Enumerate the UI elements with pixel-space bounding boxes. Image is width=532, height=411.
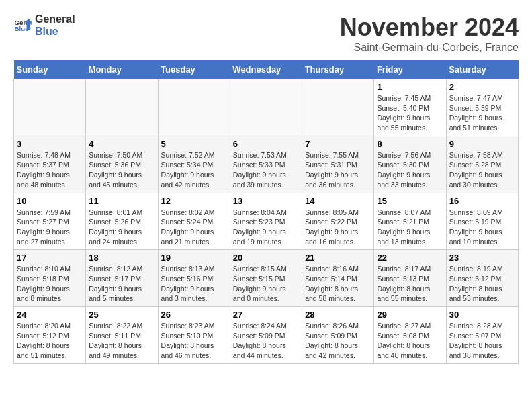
calendar-cell: 7Sunrise: 7:55 AMSunset: 5:31 PMDaylight… — [302, 136, 374, 193]
day-info: Sunrise: 7:56 AMSunset: 5:30 PMDaylight:… — [377, 150, 443, 190]
calendar-cell — [86, 79, 158, 136]
day-info: Sunrise: 8:19 AMSunset: 5:12 PMDaylight:… — [449, 264, 515, 304]
day-info: Sunrise: 8:05 AMSunset: 5:22 PMDaylight:… — [305, 208, 371, 247]
calendar-table: SundayMondayTuesdayWednesdayThursdayFrid… — [13, 60, 519, 364]
calendar-cell: 16Sunrise: 8:09 AMSunset: 5:19 PMDayligh… — [446, 193, 518, 250]
title-area: November 2024 Saint-Germain-du-Corbeis, … — [340, 13, 519, 54]
day-info: Sunrise: 7:50 AMSunset: 5:36 PMDaylight:… — [89, 150, 154, 190]
calendar-cell: 24Sunrise: 8:20 AMSunset: 5:12 PMDayligh… — [14, 307, 86, 364]
calendar-cell — [14, 79, 86, 136]
day-info: Sunrise: 8:13 AMSunset: 5:16 PMDaylight:… — [161, 264, 227, 304]
day-info: Sunrise: 7:48 AMSunset: 5:37 PMDaylight:… — [17, 150, 83, 190]
calendar-cell: 17Sunrise: 8:10 AMSunset: 5:18 PMDayligh… — [14, 250, 86, 307]
weekday-header-monday: Monday — [86, 60, 158, 79]
day-number: 20 — [233, 253, 299, 263]
weekday-header-thursday: Thursday — [302, 60, 374, 79]
calendar-cell: 11Sunrise: 8:01 AMSunset: 5:26 PMDayligh… — [86, 193, 158, 250]
weekday-header-friday: Friday — [374, 60, 446, 79]
calendar-cell: 14Sunrise: 8:05 AMSunset: 5:22 PMDayligh… — [302, 193, 374, 250]
day-info: Sunrise: 8:20 AMSunset: 5:12 PMDaylight:… — [17, 321, 83, 361]
day-number: 1 — [377, 82, 443, 92]
day-info: Sunrise: 8:01 AMSunset: 5:26 PMDaylight:… — [89, 208, 154, 247]
day-number: 18 — [89, 253, 154, 263]
weekday-header-sunday: Sunday — [14, 60, 86, 79]
weekday-header-row: SundayMondayTuesdayWednesdayThursdayFrid… — [14, 60, 519, 79]
day-info: Sunrise: 8:16 AMSunset: 5:14 PMDaylight:… — [305, 264, 371, 304]
day-number: 4 — [89, 139, 154, 149]
calendar-cell: 30Sunrise: 8:28 AMSunset: 5:07 PMDayligh… — [446, 307, 518, 364]
calendar-cell: 28Sunrise: 8:26 AMSunset: 5:09 PMDayligh… — [302, 307, 374, 364]
day-info: Sunrise: 7:59 AMSunset: 5:27 PMDaylight:… — [17, 208, 83, 247]
calendar-cell: 4Sunrise: 7:50 AMSunset: 5:36 PMDaylight… — [86, 136, 158, 193]
calendar-cell: 18Sunrise: 8:12 AMSunset: 5:17 PMDayligh… — [86, 250, 158, 307]
day-number: 30 — [449, 310, 515, 320]
day-number: 28 — [305, 310, 371, 320]
calendar-cell: 6Sunrise: 7:53 AMSunset: 5:33 PMDaylight… — [230, 136, 302, 193]
day-info: Sunrise: 8:17 AMSunset: 5:13 PMDaylight:… — [377, 264, 443, 304]
calendar-cell: 13Sunrise: 8:04 AMSunset: 5:23 PMDayligh… — [230, 193, 302, 250]
calendar-cell: 19Sunrise: 8:13 AMSunset: 5:16 PMDayligh… — [158, 250, 230, 307]
day-info: Sunrise: 8:09 AMSunset: 5:19 PMDaylight:… — [449, 208, 515, 247]
day-number: 21 — [305, 253, 371, 263]
day-info: Sunrise: 7:53 AMSunset: 5:33 PMDaylight:… — [233, 150, 299, 190]
day-info: Sunrise: 7:52 AMSunset: 5:34 PMDaylight:… — [161, 150, 227, 190]
day-number: 16 — [449, 196, 515, 206]
month-title: November 2024 — [340, 13, 519, 42]
day-number: 9 — [449, 139, 515, 149]
day-number: 12 — [161, 196, 227, 206]
calendar-cell: 26Sunrise: 8:23 AMSunset: 5:10 PMDayligh… — [158, 307, 230, 364]
day-number: 24 — [17, 310, 83, 320]
logo: General Blue General Blue — [13, 13, 75, 37]
calendar-week-1: 1Sunrise: 7:45 AMSunset: 5:40 PMDaylight… — [14, 79, 519, 136]
day-number: 22 — [377, 253, 443, 263]
calendar-cell: 22Sunrise: 8:17 AMSunset: 5:13 PMDayligh… — [374, 250, 446, 307]
day-number: 5 — [161, 139, 227, 149]
header: General Blue General Blue November 2024 … — [13, 13, 519, 54]
calendar-cell: 12Sunrise: 8:02 AMSunset: 5:24 PMDayligh… — [158, 193, 230, 250]
weekday-header-tuesday: Tuesday — [158, 60, 230, 79]
day-number: 10 — [17, 196, 83, 206]
calendar-cell: 25Sunrise: 8:22 AMSunset: 5:11 PMDayligh… — [86, 307, 158, 364]
location-title: Saint-Germain-du-Corbeis, France — [340, 42, 519, 54]
day-number: 27 — [233, 310, 299, 320]
calendar-week-4: 17Sunrise: 8:10 AMSunset: 5:18 PMDayligh… — [14, 250, 519, 307]
calendar-cell: 1Sunrise: 7:45 AMSunset: 5:40 PMDaylight… — [374, 79, 446, 136]
calendar-cell: 29Sunrise: 8:27 AMSunset: 5:08 PMDayligh… — [374, 307, 446, 364]
day-number: 7 — [305, 139, 371, 149]
day-info: Sunrise: 8:10 AMSunset: 5:18 PMDaylight:… — [17, 264, 83, 304]
logo-blue: Blue — [35, 26, 75, 38]
calendar-cell: 8Sunrise: 7:56 AMSunset: 5:30 PMDaylight… — [374, 136, 446, 193]
calendar-cell: 9Sunrise: 7:58 AMSunset: 5:28 PMDaylight… — [446, 136, 518, 193]
day-info: Sunrise: 7:55 AMSunset: 5:31 PMDaylight:… — [305, 150, 371, 190]
day-number: 2 — [449, 82, 515, 92]
calendar-cell: 5Sunrise: 7:52 AMSunset: 5:34 PMDaylight… — [158, 136, 230, 193]
day-number: 25 — [89, 310, 154, 320]
calendar-week-3: 10Sunrise: 7:59 AMSunset: 5:27 PMDayligh… — [14, 193, 519, 250]
calendar-cell — [158, 79, 230, 136]
day-number: 11 — [89, 196, 154, 206]
day-info: Sunrise: 7:58 AMSunset: 5:28 PMDaylight:… — [449, 150, 515, 190]
calendar-cell: 21Sunrise: 8:16 AMSunset: 5:14 PMDayligh… — [302, 250, 374, 307]
day-number: 23 — [449, 253, 515, 263]
calendar-cell: 23Sunrise: 8:19 AMSunset: 5:12 PMDayligh… — [446, 250, 518, 307]
calendar-cell: 15Sunrise: 8:07 AMSunset: 5:21 PMDayligh… — [374, 193, 446, 250]
day-info: Sunrise: 8:04 AMSunset: 5:23 PMDaylight:… — [233, 208, 299, 247]
calendar-cell: 2Sunrise: 7:47 AMSunset: 5:39 PMDaylight… — [446, 79, 518, 136]
day-number: 13 — [233, 196, 299, 206]
day-info: Sunrise: 8:15 AMSunset: 5:15 PMDaylight:… — [233, 264, 299, 304]
day-number: 8 — [377, 139, 443, 149]
day-number: 3 — [17, 139, 83, 149]
calendar-cell — [302, 79, 374, 136]
day-info: Sunrise: 8:26 AMSunset: 5:09 PMDaylight:… — [305, 321, 371, 361]
day-info: Sunrise: 8:24 AMSunset: 5:09 PMDaylight:… — [233, 321, 299, 361]
logo-icon: General Blue — [13, 16, 32, 35]
calendar-cell: 3Sunrise: 7:48 AMSunset: 5:37 PMDaylight… — [14, 136, 86, 193]
calendar-cell: 10Sunrise: 7:59 AMSunset: 5:27 PMDayligh… — [14, 193, 86, 250]
day-number: 17 — [17, 253, 83, 263]
day-number: 29 — [377, 310, 443, 320]
day-number: 19 — [161, 253, 227, 263]
day-info: Sunrise: 8:12 AMSunset: 5:17 PMDaylight:… — [89, 264, 154, 304]
calendar-cell — [230, 79, 302, 136]
day-number: 6 — [233, 139, 299, 149]
day-number: 26 — [161, 310, 227, 320]
